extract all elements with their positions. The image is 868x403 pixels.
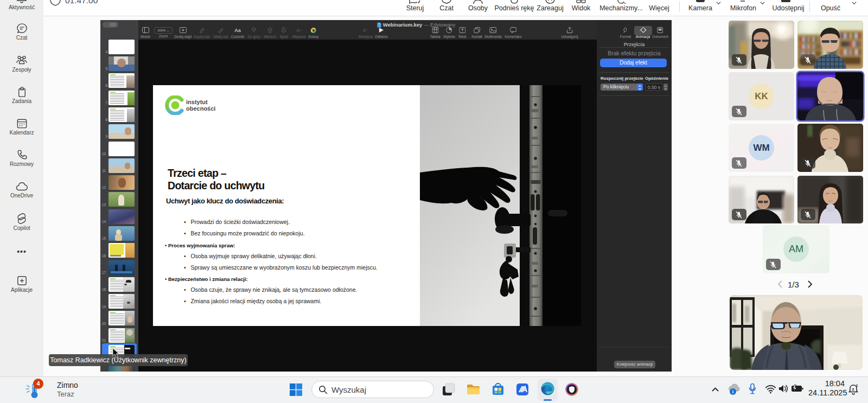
svg-text:z: z	[852, 387, 854, 392]
svg-text:z: z	[856, 383, 858, 387]
